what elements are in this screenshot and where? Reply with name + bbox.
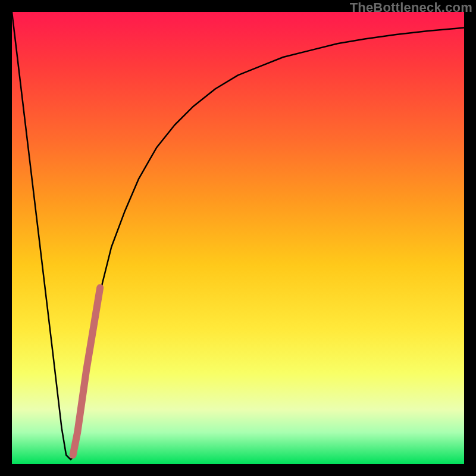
highlight-segment [73, 288, 101, 455]
chart-frame: TheBottleneck.com [0, 0, 476, 476]
plot-area [12, 12, 464, 464]
curve-svg [12, 12, 464, 464]
